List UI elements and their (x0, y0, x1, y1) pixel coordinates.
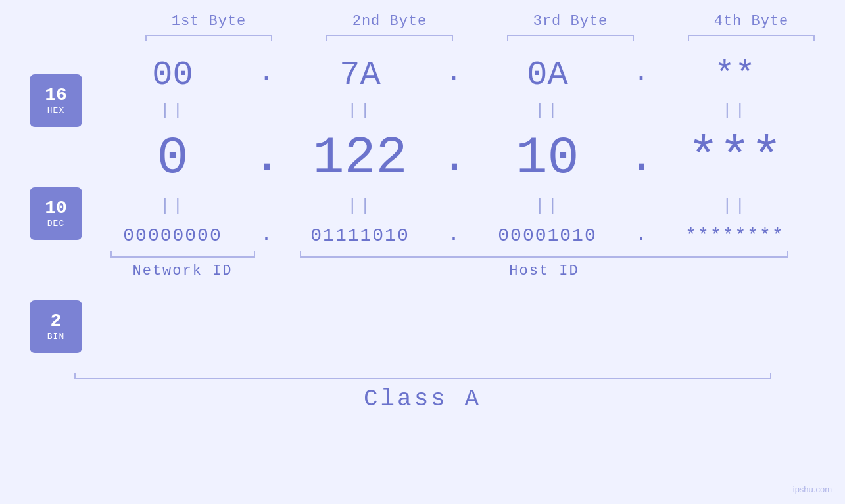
watermark: ipshu.com (793, 484, 832, 494)
bracket-line-top-4 (688, 35, 815, 36)
dot-hex-3: . (628, 54, 654, 93)
byte-header-2: 2nd Byte (299, 13, 480, 30)
dec-val-4: *** (654, 123, 815, 193)
dec-badge: 10 DEC (30, 187, 82, 240)
bin-number: 2 (51, 311, 62, 332)
dec-number: 10 (45, 198, 67, 219)
dec-row: 0 . 122 . 10 . *** (92, 123, 815, 193)
bracket-line-top-2 (326, 35, 453, 36)
dec-val-3: 10 (467, 123, 628, 193)
bracket-top-3 (480, 35, 661, 36)
byte-header-1: 1st Byte (118, 13, 299, 30)
bottom-brackets: Network ID Host ID (92, 256, 815, 279)
hex-badge: 16 HEX (30, 74, 82, 127)
data-grid: 00 . 7A . 0A . ** || || || || 0 . (92, 49, 845, 279)
bracket-top-2 (299, 35, 480, 36)
bracket-line-top-1 (145, 35, 272, 36)
hex-val-3: 0A (467, 49, 628, 98)
network-id-bracket: Network ID (92, 256, 273, 279)
main-container: 1st Byte 2nd Byte 3rd Byte 4th Byte 16 H… (0, 0, 845, 504)
network-id-label: Network ID (132, 263, 232, 279)
eq2-4: || (654, 196, 815, 216)
hex-val-2: 7A (279, 49, 441, 98)
eq1-3: || (467, 101, 628, 120)
dec-val-2: 122 (279, 123, 441, 193)
bin-val-2: 01111010 (279, 219, 441, 251)
dot-dec-3: . (628, 135, 654, 181)
eq1-1: || (92, 101, 253, 120)
bin-val-3: 00001010 (467, 219, 628, 251)
bracket-top-4 (661, 35, 842, 36)
top-brackets (118, 35, 842, 36)
byte-headers-row: 1st Byte 2nd Byte 3rd Byte 4th Byte (118, 13, 842, 30)
dot-bin-1: . (253, 218, 279, 251)
net-bracket-line (110, 256, 255, 258)
label-badges: 16 HEX 10 DEC 2 BIN (30, 49, 82, 353)
eq2-3: || (467, 196, 628, 216)
byte-header-4: 4th Byte (661, 13, 842, 30)
class-a-label: Class A (364, 386, 481, 413)
equals-row-1: || || || || (92, 101, 815, 120)
hex-row: 00 . 7A . 0A . ** (92, 49, 815, 98)
eq2-1: || (92, 196, 253, 216)
hex-val-4: ** (654, 49, 815, 98)
dot-hex-1: . (253, 54, 279, 93)
dot-dec-2: . (441, 135, 467, 181)
byte-header-3: 3rd Byte (480, 13, 661, 30)
dot-hex-2: . (441, 54, 467, 93)
hex-val-1: 00 (92, 49, 253, 98)
bin-type: BIN (47, 332, 64, 342)
bin-badge: 2 BIN (30, 300, 82, 353)
hex-type: HEX (47, 106, 64, 116)
equals-row-2: || || || || (92, 196, 815, 216)
eq1-4: || (654, 101, 815, 120)
class-bottom-line (74, 378, 771, 379)
dec-val-1: 0 (92, 123, 253, 193)
host-id-label: Host ID (509, 263, 579, 279)
hex-number: 16 (45, 85, 67, 106)
bracket-line-top-3 (507, 35, 634, 36)
dot-bin-3: . (628, 218, 654, 251)
dec-type: DEC (47, 219, 64, 229)
bin-val-4: ******** (654, 219, 815, 251)
host-id-bracket: Host ID (273, 256, 815, 279)
eq2-2: || (279, 196, 441, 216)
bin-row: 00000000 . 01111010 . 00001010 . *******… (92, 218, 815, 251)
bin-val-1: 00000000 (92, 219, 253, 251)
dot-bin-2: . (441, 218, 467, 251)
eq1-2: || (279, 101, 441, 120)
dot-dec-1: . (253, 135, 279, 181)
host-bracket-line (300, 256, 788, 258)
bracket-top-1 (118, 35, 299, 36)
